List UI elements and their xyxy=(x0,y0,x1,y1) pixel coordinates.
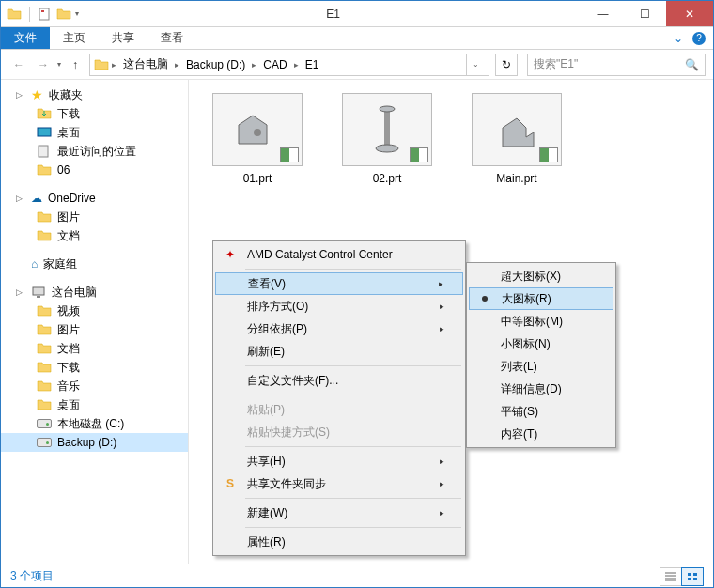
sidebar-item-pictures[interactable]: 图片 xyxy=(1,208,188,226)
star-icon: ★ xyxy=(31,87,43,102)
breadcrumb[interactable]: ▸ 这台电脑 ▸ Backup (D:) ▸ CAD ▸ E1 ⌄ xyxy=(89,54,489,76)
help-icon[interactable]: ? xyxy=(692,32,706,45)
folder-icon xyxy=(37,360,52,375)
sidebar-item-videos[interactable]: 视频 xyxy=(1,302,188,320)
chevron-right-icon: ▸ xyxy=(440,324,444,333)
sidebar-item-documents2[interactable]: 文档 xyxy=(1,339,188,358)
sidebar-item-downloads[interactable]: 下载 xyxy=(1,104,188,123)
icons-view-button[interactable] xyxy=(681,567,704,586)
navigation-pane: ▷★收藏夹 下载 桌面 最近访问的位置 06 ▷☁OneDrive 图片 文档 … xyxy=(1,80,189,564)
menu-item-refresh[interactable]: 刷新(E) xyxy=(215,340,463,363)
tab-file[interactable]: 文件 xyxy=(1,27,50,49)
search-icon[interactable]: 🔍 xyxy=(685,58,699,71)
sidebar-item-desktop[interactable]: 桌面 xyxy=(1,123,188,142)
sidebar-item-downloads2[interactable]: 下载 xyxy=(1,358,188,377)
chevron-right-icon[interactable]: ▸ xyxy=(172,60,182,70)
sidebar-item-recent[interactable]: 最近访问的位置 xyxy=(1,142,188,161)
submenu-item-large[interactable]: 大图标(R) xyxy=(469,287,613,310)
svg-point-8 xyxy=(376,145,398,152)
back-button[interactable]: ← xyxy=(8,54,29,75)
chevron-right-icon[interactable]: ▸ xyxy=(109,60,119,70)
chevron-right-icon: ▸ xyxy=(440,479,444,488)
close-button[interactable]: ✕ xyxy=(666,1,713,26)
menu-item-sync[interactable]: S共享文件夹同步▸ xyxy=(215,472,463,495)
menu-item-properties[interactable]: 属性(R) xyxy=(215,531,463,553)
svg-rect-13 xyxy=(693,578,697,580)
ribbon-expand-icon[interactable]: ⌄ xyxy=(674,32,683,45)
menu-separator xyxy=(245,269,461,270)
sidebar-item-music[interactable]: 音乐 xyxy=(1,377,188,395)
download-icon xyxy=(37,106,52,121)
file-name: 01.prt xyxy=(243,172,272,185)
desktop-icon xyxy=(37,125,52,140)
new-folder-icon[interactable] xyxy=(56,7,71,22)
svg-rect-0 xyxy=(39,8,49,20)
submenu-item-details[interactable]: 详细信息(D) xyxy=(469,378,613,400)
sidebar-item-desktop2[interactable]: 桌面 xyxy=(1,395,188,414)
sidebar-onedrive[interactable]: ▷☁OneDrive xyxy=(1,189,188,208)
chevron-right-icon[interactable]: ▸ xyxy=(291,60,302,70)
menu-item-view[interactable]: 查看(V)▸ xyxy=(215,272,463,295)
chevron-right-icon: ▸ xyxy=(440,508,444,518)
qat-dropdown-icon[interactable]: ▾ xyxy=(75,9,79,18)
radio-selected-icon xyxy=(482,296,488,302)
breadcrumb-item[interactable]: CAD xyxy=(259,58,290,71)
sidebar-item-06[interactable]: 06 xyxy=(1,161,188,179)
breadcrumb-dropdown-icon[interactable]: ⌄ xyxy=(466,54,485,75)
navigation-bar: ← → ▾ ↑ ▸ 这台电脑 ▸ Backup (D:) ▸ CAD ▸ E1 … xyxy=(1,50,713,80)
menu-separator xyxy=(245,365,461,366)
search-placeholder: 搜索"E1" xyxy=(534,56,578,72)
folder-icon xyxy=(37,322,52,337)
tab-view[interactable]: 查看 xyxy=(147,27,196,49)
sidebar-item-pictures2[interactable]: 图片 xyxy=(1,320,188,339)
details-view-button[interactable] xyxy=(660,567,682,586)
sidebar-item-documents[interactable]: 文档 xyxy=(1,226,188,245)
file-item[interactable]: Main.prt xyxy=(465,93,568,185)
folder-icon xyxy=(37,209,52,224)
submenu-item-xlarge[interactable]: 超大图标(X) xyxy=(469,265,613,287)
file-grid: 01.prt 02.prt Main.prt xyxy=(206,93,696,185)
recent-icon xyxy=(37,144,52,159)
maximize-button[interactable]: ☐ xyxy=(624,1,666,26)
sidebar-thispc[interactable]: ▷这台电脑 xyxy=(1,283,188,302)
drive-icon xyxy=(37,419,52,428)
menu-separator xyxy=(245,446,461,447)
forward-button[interactable]: → xyxy=(33,54,54,75)
sidebar-homegroup[interactable]: ⌂家庭组 xyxy=(1,255,188,273)
tab-home[interactable]: 主页 xyxy=(50,27,99,49)
menu-item-new[interactable]: 新建(W)▸ xyxy=(215,502,463,524)
submenu-item-content[interactable]: 内容(T) xyxy=(469,423,613,445)
menu-item-customize[interactable]: 自定义文件夹(F)... xyxy=(215,369,463,392)
menu-item-paste: 粘贴(P) xyxy=(215,398,463,421)
submenu-item-small[interactable]: 小图标(N) xyxy=(469,333,613,355)
sidebar-favorites[interactable]: ▷★收藏夹 xyxy=(1,85,188,104)
breadcrumb-item[interactable]: E1 xyxy=(302,58,323,71)
file-item[interactable]: 02.prt xyxy=(335,93,439,185)
chevron-right-icon: ▸ xyxy=(440,456,444,466)
folder-icon xyxy=(37,379,52,394)
properties-icon[interactable] xyxy=(38,7,53,22)
menu-item-sort[interactable]: 排序方式(O)▸ xyxy=(215,295,463,317)
breadcrumb-item[interactable]: 这台电脑 xyxy=(119,56,172,72)
folder-icon xyxy=(94,57,109,72)
menu-item-amd[interactable]: ✦AMD Catalyst Control Center xyxy=(215,243,463,266)
sidebar-item-drive-c[interactable]: 本地磁盘 (C:) xyxy=(1,414,188,433)
file-thumbnail xyxy=(472,93,562,166)
up-button[interactable]: ↑ xyxy=(65,54,85,75)
breadcrumb-item[interactable]: Backup (D:) xyxy=(182,58,249,71)
refresh-button[interactable]: ↻ xyxy=(495,54,518,76)
tab-share[interactable]: 共享 xyxy=(99,27,147,49)
submenu-item-list[interactable]: 列表(L) xyxy=(469,355,613,378)
menu-item-share[interactable]: 共享(H)▸ xyxy=(215,450,463,472)
search-input[interactable]: 搜索"E1" 🔍 xyxy=(527,54,706,76)
menu-item-group[interactable]: 分组依据(P)▸ xyxy=(215,317,463,340)
history-dropdown-icon[interactable]: ▾ xyxy=(57,60,61,69)
svg-rect-11 xyxy=(693,573,697,576)
chevron-right-icon[interactable]: ▸ xyxy=(249,60,259,70)
minimize-button[interactable]: — xyxy=(582,1,624,26)
svg-rect-12 xyxy=(688,578,691,580)
submenu-item-tiles[interactable]: 平铺(S) xyxy=(469,400,613,423)
file-item[interactable]: 01.prt xyxy=(206,93,309,185)
sidebar-item-drive-d[interactable]: Backup (D:) xyxy=(1,433,188,452)
submenu-item-medium[interactable]: 中等图标(M) xyxy=(469,310,613,333)
